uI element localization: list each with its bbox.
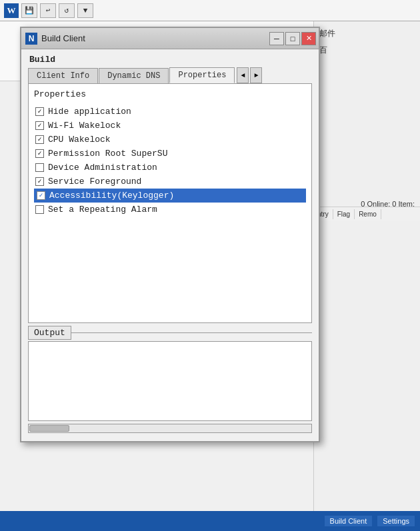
checkbox-item-cpu_wakelock[interactable]: ✓CPU Wakelock xyxy=(34,133,306,147)
bg-char-label: 百 xyxy=(317,43,417,57)
checkmark-wifi_wakelock: ✓ xyxy=(37,123,41,129)
checkbox-box-device_admin xyxy=(35,163,44,172)
dialog-icon: N xyxy=(25,33,37,45)
tab-nav-next[interactable]: ► xyxy=(250,67,262,83)
word-save-btn[interactable]: 💾 xyxy=(21,3,37,18)
bg-mail-label: 邮件 xyxy=(317,27,417,41)
checkbox-box-hide_app: ✓ xyxy=(35,107,44,116)
checkbox-label-device_admin: Device Administration xyxy=(48,163,157,173)
word-dropdown-btn[interactable]: ▼ xyxy=(77,3,93,18)
checkbox-label-accessibility: Accessibility(Keylogger) xyxy=(49,191,174,201)
tab-client-info[interactable]: Client Info xyxy=(28,68,98,83)
maximize-button[interactable]: □ xyxy=(285,32,300,45)
checkbox-item-accessibility[interactable]: ✓Accessibility(Keylogger) xyxy=(34,189,306,203)
panel-title: Properties xyxy=(34,89,306,99)
checkbox-item-repeating_alarm[interactable]: Set a Repeating Alarm xyxy=(34,203,306,217)
checkbox-box-service_fg: ✓ xyxy=(35,177,44,186)
checkbox-box-wifi_wakelock: ✓ xyxy=(35,121,44,130)
checkbox-list: ✓Hide application✓Wi-Fi Wakelock✓CPU Wak… xyxy=(34,105,306,217)
checkbox-box-accessibility: ✓ xyxy=(37,191,45,200)
bg-nav-tab-remo[interactable]: Remo xyxy=(355,209,381,219)
checkmark-perm_root: ✓ xyxy=(37,151,41,157)
tab-nav-prev[interactable]: ◄ xyxy=(237,67,249,83)
bg-status-right: Build Client Settings xyxy=(325,511,420,531)
title-bar: N Build Client ─ □ ✕ xyxy=(21,28,319,49)
checkbox-box-repeating_alarm xyxy=(35,205,44,214)
output-header: Output xyxy=(28,326,312,340)
bg-nav-tabs: ntry Flag Remo xyxy=(313,207,420,221)
minimize-button[interactable]: ─ xyxy=(269,32,284,45)
close-button[interactable]: ✕ xyxy=(301,32,316,45)
checkmark-accessibility: ✓ xyxy=(39,193,43,199)
dialog-content: Build Client Info Dynamic DNS Properties… xyxy=(21,49,319,441)
checkmark-hide_app: ✓ xyxy=(37,109,41,115)
bg-nav-tab-flag[interactable]: Flag xyxy=(333,209,355,219)
checkbox-item-hide_app[interactable]: ✓Hide application xyxy=(34,105,306,119)
checkmark-service_fg: ✓ xyxy=(37,179,41,185)
horizontal-scrollbar[interactable] xyxy=(28,424,312,433)
word-toolbar: W 💾 ↩ ↺ ▼ xyxy=(0,0,420,21)
checkbox-label-perm_root: Permission Root SuperSU xyxy=(48,149,167,159)
bg-build-client-tab[interactable]: Build Client xyxy=(325,516,373,526)
title-buttons: ─ □ ✕ xyxy=(269,32,316,45)
word-icon: W xyxy=(4,3,19,18)
checkbox-label-cpu_wakelock: CPU Wakelock xyxy=(48,135,111,145)
word-redo-btn[interactable]: ↺ xyxy=(59,3,75,18)
bg-right-panel: 邮件 百 xyxy=(313,21,420,531)
tab-bar: Client Info Dynamic DNS Properties ◄ ► xyxy=(25,67,315,83)
checkbox-box-perm_root: ✓ xyxy=(35,149,44,158)
tab-dynamic-dns[interactable]: Dynamic DNS xyxy=(99,68,169,83)
checkbox-item-device_admin[interactable]: Device Administration xyxy=(34,161,306,175)
output-area xyxy=(28,341,312,421)
output-label: Output xyxy=(28,326,71,340)
scrollbar-thumb[interactable] xyxy=(29,425,69,432)
checkbox-item-wifi_wakelock[interactable]: ✓Wi-Fi Wakelock xyxy=(34,119,306,133)
checkbox-item-service_fg[interactable]: ✓Service Foreground xyxy=(34,175,306,189)
checkbox-label-service_fg: Service Foreground xyxy=(48,177,141,187)
checkbox-box-cpu_wakelock: ✓ xyxy=(35,135,44,144)
properties-panel: Properties ✓Hide application✓Wi-Fi Wakel… xyxy=(28,83,312,323)
output-section: Output xyxy=(28,326,312,433)
word-undo-btn[interactable]: ↩ xyxy=(40,3,56,18)
checkbox-label-wifi_wakelock: Wi-Fi Wakelock xyxy=(48,121,121,131)
tab-properties[interactable]: Properties xyxy=(169,67,235,83)
bg-bottom-bar: Build Client Settings xyxy=(0,511,420,531)
build-client-dialog: N Build Client ─ □ ✕ Build Client Info D… xyxy=(20,27,320,442)
output-divider xyxy=(71,332,312,333)
checkbox-label-repeating_alarm: Set a Repeating Alarm xyxy=(48,205,157,215)
checkmark-cpu_wakelock: ✓ xyxy=(37,137,41,143)
build-label: Build xyxy=(25,53,315,67)
bg-settings-tab[interactable]: Settings xyxy=(377,516,415,526)
checkbox-item-perm_root[interactable]: ✓Permission Root SuperSU xyxy=(34,147,306,161)
dialog-title: Build Client xyxy=(41,33,85,43)
checkbox-label-hide_app: Hide application xyxy=(48,107,131,117)
